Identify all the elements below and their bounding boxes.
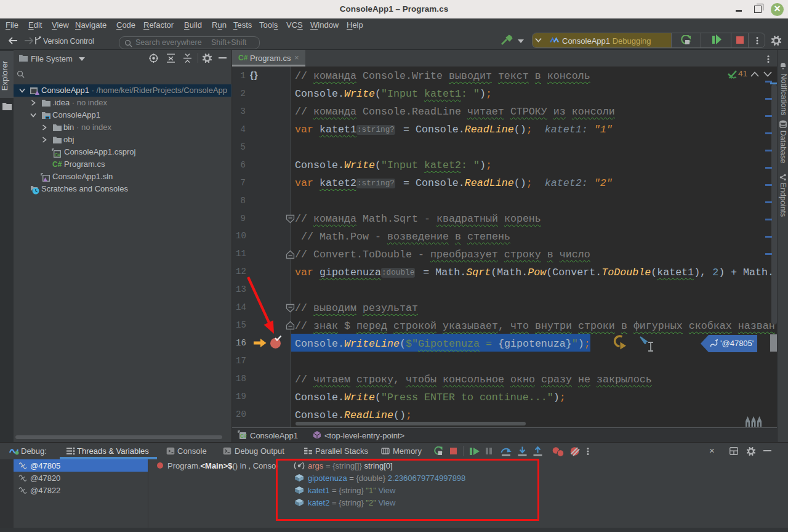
svg-text:C#: C# [240,433,247,439]
svg-text:C#: C# [54,152,61,158]
